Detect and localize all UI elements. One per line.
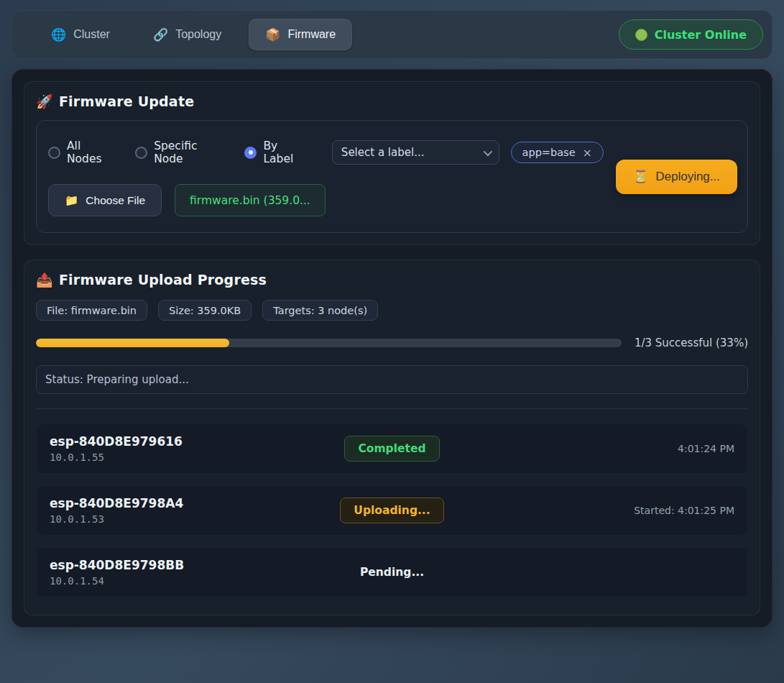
progress-row: 1/3 Successful (33%) — [36, 336, 748, 349]
node-time: 4:01:24 PM — [440, 443, 734, 454]
upload-progress-title: 📤Firmware Upload Progress — [36, 272, 748, 288]
progress-label: 1/3 Successful (33%) — [635, 336, 748, 349]
upload-meta-row: File: firmware.bin Size: 359.0KB Targets… — [36, 300, 748, 321]
label-select-dropdown[interactable]: Select a label... — [332, 140, 499, 165]
file-name-badge: File: firmware.bin — [36, 300, 147, 321]
status-line: Status: Preparing upload... — [36, 365, 748, 394]
node-name: esp-840D8E9798A4 — [50, 496, 340, 510]
label-tag-app-base: app=base × — [511, 142, 604, 163]
firmware-update-title: 🚀Firmware Update — [36, 93, 748, 110]
tab-topology[interactable]: 🔗 Topology — [137, 19, 237, 50]
tab-firmware-label: Firmware — [287, 28, 336, 41]
main-panel: 🚀Firmware Update All Nodes Specific Node… — [11, 69, 773, 628]
status-text-pending: Pending... — [360, 566, 424, 579]
tab-cluster[interactable]: 🌐 Cluster — [35, 19, 126, 50]
status-badge-uploading: Uploading... — [340, 498, 443, 523]
node-row-1: esp-840D8E979616 10.0.1.55 Completed 4:0… — [36, 423, 748, 474]
globe-icon: 🌐 — [51, 27, 66, 42]
upload-progress-card: 📤Firmware Upload Progress File: firmware… — [24, 260, 760, 615]
package-icon: 📦 — [265, 27, 280, 42]
file-select-row: 📁 Choose File firmware.bin (359.0... — [48, 184, 604, 216]
radio-unchecked-icon — [48, 147, 60, 159]
cluster-status-label: Cluster Online — [655, 28, 747, 42]
node-row-3: esp-840D8E9798BB 10.0.1.54 Pending... — [36, 547, 748, 597]
radio-specific-node-label: Specific Node — [154, 139, 224, 165]
target-select-row: All Nodes Specific Node By Label Select … — [48, 139, 604, 165]
node-info: esp-840D8E9798BB 10.0.1.54 — [50, 558, 360, 587]
node-time: Started: 4:01:25 PM — [444, 505, 734, 516]
firmware-update-card: 🚀Firmware Update All Nodes Specific Node… — [24, 81, 760, 245]
node-row-2: esp-840D8E9798A4 10.0.1.53 Uploading... … — [36, 485, 748, 536]
top-nav: 🌐 Cluster 🔗 Topology 📦 Firmware Cluster … — [11, 10, 773, 59]
cluster-status-badge: Cluster Online — [619, 19, 763, 50]
green-circle-icon — [635, 29, 647, 41]
radio-specific-node[interactable]: Specific Node — [135, 139, 224, 165]
radio-checked-icon — [244, 147, 257, 159]
node-ip: 10.0.1.54 — [50, 575, 360, 587]
folder-icon: 📁 — [65, 194, 78, 207]
node-name: esp-840D8E9798BB — [50, 558, 360, 572]
tab-cluster-label: Cluster — [73, 28, 110, 41]
deploy-button-label: Deploying... — [655, 170, 720, 184]
node-name: esp-840D8E979616 — [50, 434, 344, 449]
firmware-update-form: All Nodes Specific Node By Label Select … — [36, 120, 748, 233]
tab-firmware[interactable]: 📦 Firmware — [249, 19, 352, 50]
outbox-tray-icon: 📤 — [36, 272, 53, 288]
label-select-placeholder: Select a label... — [341, 146, 425, 159]
progress-bar — [36, 339, 622, 347]
node-info: esp-840D8E9798A4 10.0.1.53 — [50, 496, 340, 525]
chevron-down-icon — [483, 147, 492, 156]
status-badge-completed: Completed — [344, 436, 439, 462]
targets-badge: Targets: 3 node(s) — [262, 300, 378, 321]
label-tag-text: app=base — [522, 147, 576, 158]
node-ip: 10.0.1.55 — [50, 451, 344, 463]
node-info: esp-840D8E979616 10.0.1.55 — [50, 434, 344, 463]
deploy-button[interactable]: ⏳ Deploying... — [616, 160, 737, 194]
node-ip: 10.0.1.53 — [50, 513, 340, 525]
file-size-badge: Size: 359.0KB — [158, 300, 252, 321]
rocket-icon: 🚀 — [36, 93, 53, 109]
hourglass-icon: ⏳ — [633, 169, 648, 184]
close-icon[interactable]: × — [583, 146, 592, 160]
radio-unchecked-icon — [135, 147, 147, 159]
selected-file-name: firmware.bin (359.0... — [190, 194, 310, 207]
radio-all-nodes-label: All Nodes — [67, 139, 115, 165]
progress-fill — [36, 339, 229, 347]
link-icon: 🔗 — [153, 27, 168, 42]
choose-file-label: Choose File — [86, 194, 145, 207]
selected-file-chip: firmware.bin (359.0... — [175, 184, 326, 216]
divider — [36, 408, 748, 409]
tab-topology-label: Topology — [175, 28, 221, 41]
choose-file-button[interactable]: 📁 Choose File — [48, 184, 162, 216]
radio-all-nodes[interactable]: All Nodes — [48, 139, 115, 165]
radio-by-label-label: By Label — [263, 139, 307, 165]
radio-by-label[interactable]: By Label — [244, 139, 307, 165]
